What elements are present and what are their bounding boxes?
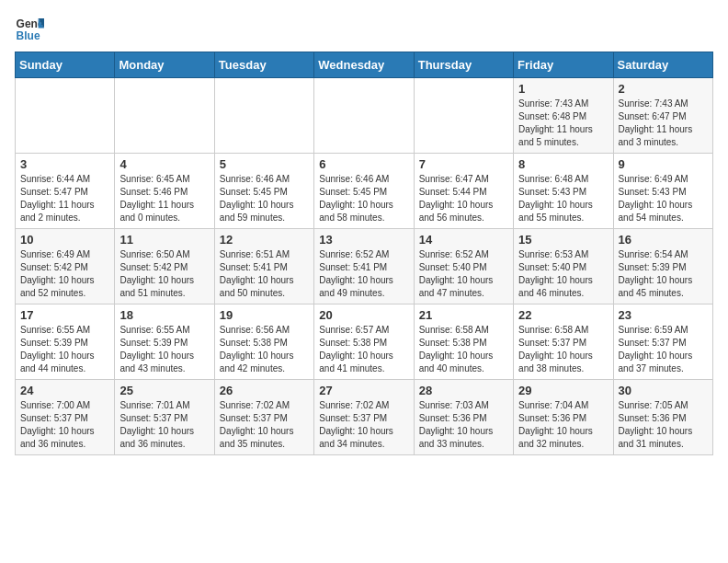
day-info: Sunrise: 6:55 AM Sunset: 5:39 PM Dayligh… — [20, 324, 109, 375]
calendar-week-3: 10Sunrise: 6:49 AM Sunset: 5:42 PM Dayli… — [16, 229, 713, 304]
calendar-cell: 4Sunrise: 6:45 AM Sunset: 5:46 PM Daylig… — [115, 154, 214, 229]
day-info: Sunrise: 7:02 AM Sunset: 5:37 PM Dayligh… — [319, 399, 408, 451]
day-number: 2 — [619, 82, 708, 96]
day-number: 22 — [518, 308, 608, 322]
day-info: Sunrise: 6:53 AM Sunset: 5:40 PM Dayligh… — [518, 248, 608, 300]
logo: General Blue — [15, 15, 48, 44]
day-number: 28 — [419, 384, 508, 397]
calendar-week-5: 24Sunrise: 7:00 AM Sunset: 5:37 PM Dayli… — [16, 380, 713, 455]
calendar-week-4: 17Sunrise: 6:55 AM Sunset: 5:39 PM Dayli… — [16, 304, 713, 380]
page-header: General Blue — [15, 15, 713, 44]
calendar-cell: 14Sunrise: 6:52 AM Sunset: 5:40 PM Dayli… — [414, 229, 513, 304]
day-info: Sunrise: 6:47 AM Sunset: 5:44 PM Dayligh… — [419, 173, 508, 224]
calendar-week-1: 1Sunrise: 7:43 AM Sunset: 6:48 PM Daylig… — [16, 78, 713, 154]
day-number: 8 — [518, 157, 608, 171]
day-info: Sunrise: 6:49 AM Sunset: 5:42 PM Dayligh… — [20, 248, 109, 300]
col-header-monday: Monday — [115, 52, 214, 78]
day-number: 18 — [119, 308, 209, 322]
calendar-cell: 22Sunrise: 6:58 AM Sunset: 5:37 PM Dayli… — [514, 304, 613, 380]
calendar-cell: 5Sunrise: 6:46 AM Sunset: 5:45 PM Daylig… — [214, 154, 313, 229]
calendar-cell: 17Sunrise: 6:55 AM Sunset: 5:39 PM Dayli… — [16, 304, 115, 380]
svg-text:Blue: Blue — [17, 29, 40, 42]
day-info: Sunrise: 6:58 AM Sunset: 5:38 PM Dayligh… — [419, 324, 508, 375]
calendar-cell: 7Sunrise: 6:47 AM Sunset: 5:44 PM Daylig… — [414, 154, 513, 229]
day-info: Sunrise: 6:48 AM Sunset: 5:43 PM Dayligh… — [518, 173, 608, 224]
day-info: Sunrise: 6:52 AM Sunset: 5:41 PM Dayligh… — [319, 248, 408, 300]
col-header-sunday: Sunday — [16, 52, 115, 78]
calendar-week-2: 3Sunrise: 6:44 AM Sunset: 5:47 PM Daylig… — [16, 154, 713, 229]
calendar-cell: 28Sunrise: 7:03 AM Sunset: 5:36 PM Dayli… — [414, 380, 513, 455]
calendar-table: SundayMondayTuesdayWednesdayThursdayFrid… — [15, 52, 713, 455]
calendar-cell: 10Sunrise: 6:49 AM Sunset: 5:42 PM Dayli… — [16, 229, 115, 304]
day-number: 19 — [220, 308, 309, 322]
calendar-cell: 12Sunrise: 6:51 AM Sunset: 5:41 PM Dayli… — [214, 229, 313, 304]
day-info: Sunrise: 7:03 AM Sunset: 5:36 PM Dayligh… — [419, 399, 508, 451]
day-info: Sunrise: 7:01 AM Sunset: 5:37 PM Dayligh… — [119, 399, 209, 451]
day-info: Sunrise: 6:45 AM Sunset: 5:46 PM Dayligh… — [119, 173, 209, 224]
day-info: Sunrise: 7:05 AM Sunset: 5:36 PM Dayligh… — [619, 399, 708, 451]
day-number: 6 — [319, 157, 408, 171]
calendar-cell: 1Sunrise: 7:43 AM Sunset: 6:48 PM Daylig… — [514, 78, 613, 154]
day-number: 23 — [619, 308, 708, 322]
calendar-cell: 24Sunrise: 7:00 AM Sunset: 5:37 PM Dayli… — [16, 380, 115, 455]
logo-icon: General Blue — [15, 15, 44, 44]
day-number: 17 — [20, 308, 109, 322]
day-number: 20 — [319, 308, 408, 322]
day-info: Sunrise: 6:57 AM Sunset: 5:38 PM Dayligh… — [319, 324, 408, 375]
calendar-cell — [115, 78, 214, 154]
day-info: Sunrise: 6:46 AM Sunset: 5:45 PM Dayligh… — [220, 173, 309, 224]
calendar-cell: 30Sunrise: 7:05 AM Sunset: 5:36 PM Dayli… — [613, 380, 712, 455]
day-number: 16 — [619, 233, 708, 247]
calendar-cell: 11Sunrise: 6:50 AM Sunset: 5:42 PM Dayli… — [115, 229, 214, 304]
calendar-cell: 20Sunrise: 6:57 AM Sunset: 5:38 PM Dayli… — [314, 304, 414, 380]
day-number: 15 — [518, 233, 608, 247]
calendar-cell: 8Sunrise: 6:48 AM Sunset: 5:43 PM Daylig… — [514, 154, 613, 229]
calendar-cell: 2Sunrise: 7:43 AM Sunset: 6:47 PM Daylig… — [613, 78, 712, 154]
day-info: Sunrise: 6:51 AM Sunset: 5:41 PM Dayligh… — [220, 248, 309, 300]
calendar-cell: 19Sunrise: 6:56 AM Sunset: 5:38 PM Dayli… — [214, 304, 313, 380]
day-number: 7 — [419, 157, 508, 171]
day-info: Sunrise: 6:46 AM Sunset: 5:45 PM Dayligh… — [319, 173, 408, 224]
day-info: Sunrise: 6:50 AM Sunset: 5:42 PM Dayligh… — [119, 248, 209, 300]
day-info: Sunrise: 7:43 AM Sunset: 6:48 PM Dayligh… — [518, 98, 608, 149]
day-number: 29 — [518, 384, 608, 397]
day-number: 1 — [518, 82, 608, 96]
calendar-cell — [314, 78, 414, 154]
calendar-cell: 6Sunrise: 6:46 AM Sunset: 5:45 PM Daylig… — [314, 154, 414, 229]
calendar-cell: 3Sunrise: 6:44 AM Sunset: 5:47 PM Daylig… — [16, 154, 115, 229]
day-info: Sunrise: 6:55 AM Sunset: 5:39 PM Dayligh… — [119, 324, 209, 375]
day-number: 12 — [220, 233, 309, 247]
col-header-wednesday: Wednesday — [314, 52, 414, 78]
day-number: 13 — [319, 233, 408, 247]
day-number: 26 — [220, 384, 309, 397]
day-number: 4 — [119, 157, 209, 171]
calendar-cell: 27Sunrise: 7:02 AM Sunset: 5:37 PM Dayli… — [314, 380, 414, 455]
calendar-cell — [414, 78, 513, 154]
calendar-cell — [16, 78, 115, 154]
day-info: Sunrise: 6:54 AM Sunset: 5:39 PM Dayligh… — [619, 248, 708, 300]
day-number: 14 — [419, 233, 508, 247]
day-info: Sunrise: 6:56 AM Sunset: 5:38 PM Dayligh… — [220, 324, 309, 375]
calendar-cell: 13Sunrise: 6:52 AM Sunset: 5:41 PM Dayli… — [314, 229, 414, 304]
col-header-thursday: Thursday — [414, 52, 513, 78]
day-info: Sunrise: 7:02 AM Sunset: 5:37 PM Dayligh… — [220, 399, 309, 451]
day-number: 24 — [20, 384, 109, 397]
calendar-header: SundayMondayTuesdayWednesdayThursdayFrid… — [16, 52, 713, 78]
calendar-cell: 29Sunrise: 7:04 AM Sunset: 5:36 PM Dayli… — [514, 380, 613, 455]
day-number: 3 — [20, 157, 109, 171]
day-number: 5 — [220, 157, 309, 171]
day-number: 30 — [619, 384, 708, 397]
calendar-cell: 26Sunrise: 7:02 AM Sunset: 5:37 PM Dayli… — [214, 380, 313, 455]
day-info: Sunrise: 6:59 AM Sunset: 5:37 PM Dayligh… — [619, 324, 708, 375]
day-info: Sunrise: 7:04 AM Sunset: 5:36 PM Dayligh… — [518, 399, 608, 451]
day-number: 10 — [20, 233, 109, 247]
day-info: Sunrise: 7:43 AM Sunset: 6:47 PM Dayligh… — [619, 98, 708, 149]
calendar-cell: 18Sunrise: 6:55 AM Sunset: 5:39 PM Dayli… — [115, 304, 214, 380]
day-number: 27 — [319, 384, 408, 397]
day-info: Sunrise: 6:58 AM Sunset: 5:37 PM Dayligh… — [518, 324, 608, 375]
calendar-cell: 9Sunrise: 6:49 AM Sunset: 5:43 PM Daylig… — [613, 154, 712, 229]
calendar-cell — [214, 78, 313, 154]
col-header-tuesday: Tuesday — [214, 52, 313, 78]
day-number: 11 — [119, 233, 209, 247]
day-info: Sunrise: 6:44 AM Sunset: 5:47 PM Dayligh… — [20, 173, 109, 224]
